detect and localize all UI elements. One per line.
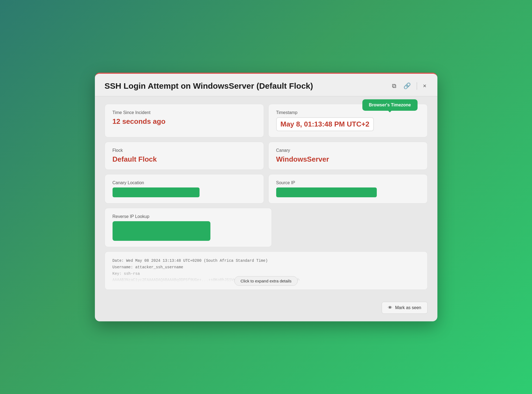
header-actions: ⧉ 🔗 × <box>391 81 428 91</box>
source-ip-card: Source IP <box>268 174 428 204</box>
dialog-container: SSH Login Attempt on WindowsServer (Defa… <box>95 73 437 321</box>
row-flock-canary: Flock Default Flock Canary WindowsServer <box>105 142 428 170</box>
timestamp-value: May 8, 01:13:48 PM UTC+2 <box>276 117 374 131</box>
timestamp-card: Browser's Timezone Timestamp May 8, 01:1… <box>268 104 428 137</box>
time-since-label: Time Since Incident <box>113 110 256 115</box>
dialog-body: Time Since Incident 12 seconds ago Brows… <box>95 96 437 297</box>
canary-value: WindowsServer <box>276 155 420 164</box>
mark-seen-label: Mark as seen <box>395 305 421 310</box>
dialog-header: SSH Login Attempt on WindowsServer (Defa… <box>95 74 437 96</box>
source-ip-value <box>276 187 377 197</box>
link-icon: 🔗 <box>403 82 411 90</box>
source-ip-label: Source IP <box>276 180 420 185</box>
time-since-value: 12 seconds ago <box>113 117 256 126</box>
expand-overlay: Click to expand extra details <box>105 268 427 290</box>
row-time-timestamp: Time Since Incident 12 seconds ago Brows… <box>105 104 428 137</box>
copy-icon: ⧉ <box>392 82 396 90</box>
close-icon: × <box>423 82 427 90</box>
close-button[interactable]: × <box>422 81 428 91</box>
flock-card: Flock Default Flock <box>105 142 264 170</box>
link-button[interactable]: 🔗 <box>402 81 412 91</box>
canary-card: Canary WindowsServer <box>268 142 428 170</box>
reverse-ip-label: Reverse IP Lookup <box>113 214 264 219</box>
details-box: Date: Wed May 08 2024 13:13:48 UTC+0200 … <box>105 251 428 290</box>
canary-location-value <box>113 187 200 197</box>
canary-location-label: Canary Location <box>113 180 256 185</box>
flock-value: Default Flock <box>113 155 256 164</box>
reverse-ip-card: Reverse IP Lookup <box>105 208 272 247</box>
header-divider <box>417 82 417 90</box>
empty-card <box>276 208 428 247</box>
timestamp-label: Timestamp <box>276 110 420 115</box>
canary-location-card: Canary Location <box>105 174 264 204</box>
eye-icon: 👁 <box>388 305 392 310</box>
row-location-ip: Canary Location Source IP <box>105 174 428 204</box>
dialog-title: SSH Login Attempt on WindowsServer (Defa… <box>105 81 313 91</box>
flock-label: Flock <box>113 148 256 153</box>
dialog-footer: 👁 Mark as seen <box>95 297 437 321</box>
expand-button[interactable]: Click to expand extra details <box>234 276 298 286</box>
copy-button[interactable]: ⧉ <box>391 81 397 91</box>
mark-seen-button[interactable]: 👁 Mark as seen <box>382 302 427 314</box>
reverse-ip-value <box>113 221 210 241</box>
canary-label: Canary <box>276 148 420 153</box>
time-since-card: Time Since Incident 12 seconds ago <box>105 104 264 137</box>
timezone-tooltip: Browser's Timezone <box>362 99 418 111</box>
details-line1: Date: Wed May 08 2024 13:13:48 UTC+0200 … <box>113 258 420 264</box>
row-reverse-ip: Reverse IP Lookup <box>105 208 428 247</box>
